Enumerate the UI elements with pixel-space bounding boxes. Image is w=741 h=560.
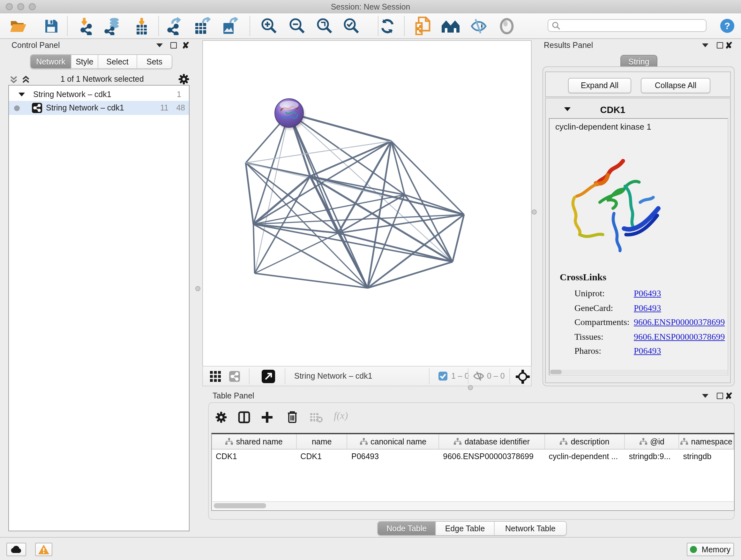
control-panel-float-icon[interactable]	[171, 42, 177, 49]
column-header-shared-name[interactable]: shared name	[212, 434, 296, 449]
node-table[interactable]: shared namenamecanonical namedatabase id…	[211, 433, 735, 511]
collapse-all-chevron-icon[interactable]	[9, 75, 18, 84]
table-row[interactable]: CDK1CDK1P064939606.ENSP00000378699cyclin…	[212, 449, 734, 463]
tab-select[interactable]: Select	[98, 55, 137, 68]
control-panel-close-icon[interactable]: ✘	[182, 42, 189, 49]
right-splitter-handle[interactable]	[532, 209, 537, 214]
table-cell[interactable]: P06493	[347, 449, 439, 463]
title-bar: Session: New Session	[0, 0, 741, 14]
column-header-name[interactable]: name	[296, 434, 347, 449]
column-header-@id[interactable]: @id	[625, 434, 679, 449]
column-header-description[interactable]: description	[545, 434, 625, 449]
expand-all-button[interactable]: Expand All	[568, 78, 631, 93]
tab-sets[interactable]: Sets	[137, 55, 172, 68]
warnings-button[interactable]	[35, 543, 52, 556]
export-image-button[interactable]	[218, 15, 241, 37]
network-graph[interactable]	[203, 41, 531, 366]
table-panel-float-icon[interactable]	[717, 393, 723, 399]
table-cell[interactable]: stringdb	[679, 449, 734, 463]
edge-CDKN1A-CCNE1[interactable]	[367, 262, 453, 288]
tab-style[interactable]: Style	[71, 55, 98, 68]
table-settings-gear-icon[interactable]	[215, 411, 227, 423]
edge-CCNA1-RB1[interactable]	[391, 141, 464, 214]
horizontal-splitter-handle[interactable]	[468, 385, 473, 390]
selected-checkbox-icon[interactable]	[439, 372, 448, 381]
edge-CCNA2-HIST1H1A[interactable]	[255, 233, 338, 273]
scrollbar-thumb[interactable]	[214, 503, 266, 508]
crosslink-link[interactable]: 9606.ENSP00000378699	[634, 317, 725, 327]
add-column-icon[interactable]	[261, 411, 273, 423]
network-tree-row-selected[interactable]: String Network – cdk1 11 48	[9, 101, 189, 115]
cloud-button[interactable]	[6, 543, 26, 556]
edge-CCNB2-CCNE1[interactable]	[289, 113, 367, 288]
tab-network-table[interactable]: Network Table	[495, 522, 566, 535]
grid-view-icon[interactable]	[210, 371, 221, 382]
memory-button[interactable]: Memory	[687, 543, 734, 556]
import-table-database-button[interactable]	[102, 15, 125, 37]
search-field[interactable]	[548, 19, 706, 32]
import-table-file-button[interactable]	[130, 15, 153, 37]
crosslink-link[interactable]: 9606.ENSP00000378699	[634, 332, 725, 342]
expand-all-chevron-icon[interactable]	[21, 75, 30, 84]
show-glasspane-button[interactable]	[495, 15, 518, 37]
edge-CDC25B-CCNB1[interactable]	[246, 163, 253, 224]
search-input[interactable]	[560, 20, 706, 30]
edge-CCNB2-HIST1H1A[interactable]	[255, 113, 289, 273]
edge-CCNA1-CDK1[interactable]	[310, 141, 391, 176]
table-cell[interactable]: 9606.ENSP00000378699	[439, 449, 545, 463]
column-header-canonical-name[interactable]: canonical name	[347, 434, 439, 449]
table-cell[interactable]: cyclin-dependent ...	[545, 449, 625, 463]
results-panel-menu-caret[interactable]	[702, 44, 709, 47]
save-session-button[interactable]	[40, 15, 63, 37]
zoom-selected-button[interactable]	[340, 15, 362, 37]
network-options-gear-icon[interactable]	[178, 73, 190, 85]
results-panel-close-icon[interactable]: ✘	[725, 42, 732, 49]
tab-network[interactable]: Network	[30, 55, 71, 68]
string-import-button[interactable]	[412, 15, 434, 37]
zoom-in-button[interactable]	[257, 15, 280, 37]
open-session-button[interactable]	[6, 15, 29, 37]
left-splitter-handle[interactable]	[195, 286, 200, 291]
edge-CDK1-CCNB1[interactable]	[253, 176, 310, 224]
gene-section-caret[interactable]	[564, 107, 570, 111]
export-table-button[interactable]	[191, 15, 214, 37]
zoom-fit-button[interactable]	[313, 15, 336, 37]
network-canvas[interactable]	[202, 40, 532, 367]
table-cell[interactable]: CDK1	[296, 449, 347, 463]
table-panel-menu-caret[interactable]	[702, 394, 709, 398]
control-panel-menu-caret[interactable]	[156, 44, 163, 47]
table-hscrollbar[interactable]	[212, 501, 735, 509]
tab-edge-table[interactable]: Edge Table	[436, 522, 495, 535]
network-share-gray-icon[interactable]	[229, 371, 240, 382]
edge-CCNB1-HIST1H1A[interactable]	[253, 224, 255, 273]
crosslink-link[interactable]: P06493	[634, 347, 661, 357]
tab-node-table[interactable]: Node Table	[378, 522, 436, 535]
results-tab-string[interactable]: String	[620, 55, 657, 68]
help-button[interactable]: ?	[716, 15, 738, 37]
table-cell[interactable]: CDK1	[212, 449, 296, 463]
column-header-namespace[interactable]: namespace	[679, 434, 734, 449]
delete-column-trash-icon[interactable]	[286, 411, 298, 423]
export-network-button[interactable]	[163, 15, 186, 37]
crosslink-link[interactable]: P06493	[634, 289, 661, 299]
collapse-all-button[interactable]: Collapse All	[641, 78, 711, 93]
crosslink-link[interactable]: P06493	[634, 303, 661, 313]
hide-glasspane-button[interactable]	[467, 15, 490, 37]
table-cell[interactable]: stringdb:9...	[625, 449, 679, 463]
import-network-button[interactable]	[77, 15, 99, 37]
fit-selected-crosshair-icon[interactable]	[516, 370, 530, 384]
zoom-out-button[interactable]	[285, 15, 308, 37]
scrollbar-thumb[interactable]	[550, 370, 562, 374]
tree-expand-caret[interactable]	[18, 92, 25, 96]
edge-HIST1H1A-CCNE1[interactable]	[255, 273, 367, 288]
gene-details-hscrollbar[interactable]	[550, 370, 728, 374]
results-panel-float-icon[interactable]	[717, 42, 723, 49]
string-home-button[interactable]	[439, 15, 462, 37]
refresh-button[interactable]	[376, 15, 399, 37]
network-tree-root-row[interactable]: String Network – cdk1 1	[9, 87, 189, 101]
show-columns-icon[interactable]	[238, 411, 250, 423]
column-header-database-identifier[interactable]: database identifier	[439, 434, 545, 449]
table-panel-close-icon[interactable]: ✘	[725, 393, 732, 399]
birdseye-view-icon[interactable]	[262, 370, 275, 383]
edge-CCNA1-CDC25B[interactable]	[246, 141, 391, 163]
